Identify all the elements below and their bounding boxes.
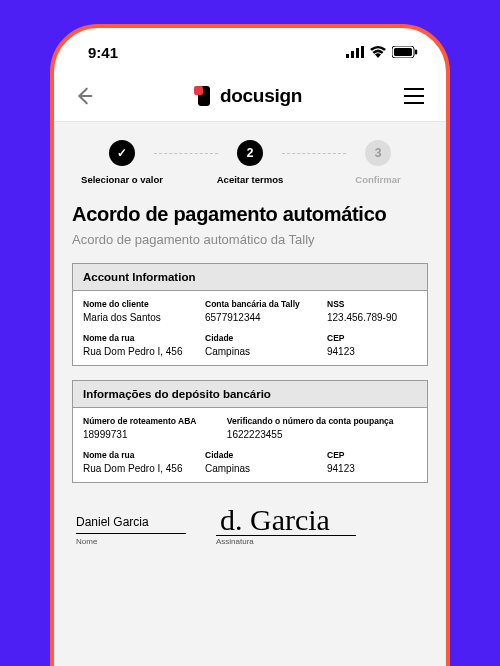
app-header: docusign bbox=[54, 76, 446, 122]
field-label: CEP bbox=[327, 450, 417, 460]
signature-block[interactable]: d. Garcia Assinatura bbox=[216, 503, 356, 546]
panel-bank-deposit: Informações do depósito bancário Número … bbox=[72, 380, 428, 483]
status-bar: 9:41 bbox=[54, 28, 446, 76]
field-value: 94123 bbox=[327, 346, 417, 357]
field-value: 6577912344 bbox=[205, 312, 319, 323]
signature-caption: Assinatura bbox=[216, 537, 356, 546]
field-value: 94123 bbox=[327, 463, 417, 474]
table-row: Número de roteamento ABA18999731 Verific… bbox=[83, 416, 417, 440]
field-label: Verificando o número da conta poupança bbox=[227, 416, 417, 426]
panel-header: Account Information bbox=[73, 264, 427, 291]
table-row: Nome da ruaRua Dom Pedro I, 456 CidadeCa… bbox=[83, 333, 417, 357]
page-title: Acordo de pagamento automático bbox=[72, 203, 428, 226]
phone-frame: 9:41 docusign bbox=[50, 24, 450, 666]
field-label: Conta bancária da Tally bbox=[205, 299, 319, 309]
field-label: Nome da rua bbox=[83, 333, 197, 343]
signal-icon bbox=[346, 44, 364, 61]
field-value: Campinas bbox=[205, 463, 319, 474]
wifi-icon bbox=[370, 44, 386, 61]
field-label: NSS bbox=[327, 299, 417, 309]
field-value: Rua Dom Pedro I, 456 bbox=[83, 346, 197, 357]
printed-name-block: Daniel Garcia Nome bbox=[76, 515, 186, 546]
content-area: ✓ Selecionar o valor 2 Aceitar termos 3 … bbox=[54, 122, 446, 666]
svg-rect-1 bbox=[351, 51, 354, 58]
field-label: Número de roteamento ABA bbox=[83, 416, 219, 426]
printed-name: Daniel Garcia bbox=[76, 515, 186, 534]
field-value: 1622223455 bbox=[227, 429, 417, 440]
stepper: ✓ Selecionar o valor 2 Aceitar termos 3 … bbox=[72, 140, 428, 185]
svg-rect-5 bbox=[394, 48, 412, 56]
field-value: 123.456.789-90 bbox=[327, 312, 417, 323]
brand-mark-icon bbox=[198, 86, 214, 106]
menu-button[interactable] bbox=[404, 84, 428, 108]
printed-name-caption: Nome bbox=[76, 537, 186, 546]
screen: 9:41 docusign bbox=[54, 28, 446, 666]
page-subtitle: Acordo de pagamento automático da Tally bbox=[72, 232, 428, 247]
table-row: Nome do clienteMaria dos Santos Conta ba… bbox=[83, 299, 417, 323]
status-icons bbox=[346, 44, 418, 61]
field-value: Campinas bbox=[205, 346, 319, 357]
step-1[interactable]: ✓ Selecionar o valor bbox=[72, 140, 172, 185]
signature-image: d. Garcia bbox=[216, 505, 356, 536]
field-label: Cidade bbox=[205, 450, 319, 460]
signature-row: Daniel Garcia Nome d. Garcia Assinatura bbox=[72, 497, 428, 546]
step-3[interactable]: 3 Confirmar bbox=[328, 140, 428, 185]
panel-account-info: Account Information Nome do clienteMaria… bbox=[72, 263, 428, 366]
svg-rect-6 bbox=[415, 49, 417, 54]
step-3-label: Confirmar bbox=[355, 174, 400, 185]
field-label: Nome da rua bbox=[83, 450, 197, 460]
svg-rect-0 bbox=[346, 54, 349, 58]
brand-text: docusign bbox=[220, 85, 302, 107]
battery-icon bbox=[392, 44, 418, 61]
check-icon: ✓ bbox=[109, 140, 135, 166]
field-label: Nome do cliente bbox=[83, 299, 197, 309]
field-value: 18999731 bbox=[83, 429, 219, 440]
step-2-badge: 2 bbox=[237, 140, 263, 166]
table-row: Nome da ruaRua Dom Pedro I, 456 CidadeCa… bbox=[83, 450, 417, 474]
svg-rect-2 bbox=[356, 48, 359, 58]
field-value: Maria dos Santos bbox=[83, 312, 197, 323]
brand-logo: docusign bbox=[198, 85, 302, 107]
step-1-label: Selecionar o valor bbox=[81, 174, 163, 185]
svg-rect-3 bbox=[361, 46, 364, 58]
field-value: Rua Dom Pedro I, 456 bbox=[83, 463, 197, 474]
panel-header: Informações do depósito bancário bbox=[73, 381, 427, 408]
field-label: CEP bbox=[327, 333, 417, 343]
field-label: Cidade bbox=[205, 333, 319, 343]
step-2[interactable]: 2 Aceitar termos bbox=[200, 140, 300, 185]
step-2-label: Aceitar termos bbox=[217, 174, 284, 185]
back-button[interactable] bbox=[72, 84, 96, 108]
step-3-badge: 3 bbox=[365, 140, 391, 166]
status-time: 9:41 bbox=[88, 44, 118, 61]
